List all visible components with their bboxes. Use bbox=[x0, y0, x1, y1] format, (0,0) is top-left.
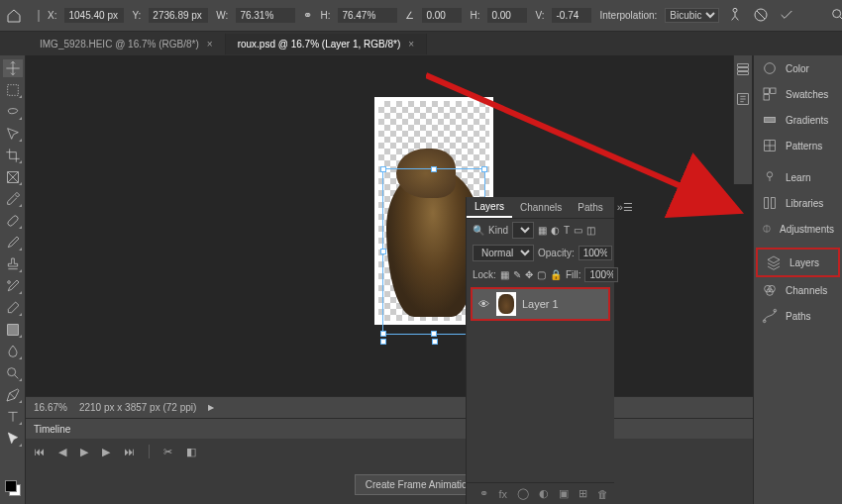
search-icon[interactable] bbox=[830, 7, 842, 25]
panel-patterns[interactable]: Patterns bbox=[754, 133, 842, 158]
adjustment-icon[interactable]: ◐ bbox=[539, 487, 549, 500]
healing-tool[interactable] bbox=[3, 212, 23, 230]
create-frame-animation-button[interactable]: Create Frame Animation bbox=[355, 474, 483, 495]
lock-pixels-icon[interactable]: ✎ bbox=[513, 269, 521, 280]
panel-learn[interactable]: Learn bbox=[754, 164, 842, 190]
quick-select-tool[interactable] bbox=[3, 125, 23, 143]
transform-handle[interactable] bbox=[380, 331, 386, 337]
tab-paths[interactable]: Paths bbox=[570, 198, 611, 217]
document-tab-0[interactable]: IMG_5928.HEIC @ 16.7% (RGB/8*)× bbox=[28, 34, 226, 54]
transform-handle[interactable] bbox=[431, 166, 437, 172]
blend-mode-select[interactable]: Normal bbox=[473, 245, 534, 261]
play-icon[interactable]: ▶ bbox=[80, 446, 88, 458]
transition-icon[interactable]: ◧ bbox=[186, 446, 196, 458]
canvas-area[interactable]: 16.67% 2210 px x 3857 px (72 ppi) ▶ Time… bbox=[26, 55, 842, 504]
transform-handle[interactable] bbox=[380, 339, 386, 345]
marquee-tool[interactable] bbox=[3, 81, 23, 99]
properties-panel-icon[interactable] bbox=[735, 91, 751, 109]
layer-name[interactable]: Layer 1 bbox=[522, 298, 559, 310]
transform-handle[interactable] bbox=[481, 166, 487, 172]
path-select-tool[interactable] bbox=[3, 430, 23, 448]
h-input[interactable] bbox=[338, 8, 397, 23]
puppet-icon[interactable] bbox=[727, 7, 743, 25]
transform-handle[interactable] bbox=[432, 339, 438, 345]
move-tool[interactable] bbox=[3, 59, 23, 77]
link-layers-icon[interactable]: ⚭ bbox=[479, 487, 488, 500]
transform-handle[interactable] bbox=[380, 166, 386, 172]
gradient-tool[interactable] bbox=[3, 321, 23, 339]
angle-input[interactable] bbox=[422, 8, 462, 23]
layer-thumbnail[interactable] bbox=[496, 292, 516, 316]
zoom-level[interactable]: 16.67% bbox=[34, 402, 67, 413]
opacity-input[interactable] bbox=[579, 246, 612, 260]
brush-tool[interactable] bbox=[3, 234, 23, 252]
lasso-tool[interactable] bbox=[3, 103, 23, 121]
panel-paths[interactable]: Paths bbox=[754, 303, 842, 329]
scissors-icon[interactable]: ✂ bbox=[163, 446, 172, 458]
next-frame-icon[interactable]: ▶ bbox=[102, 446, 110, 458]
prev-frame-icon[interactable]: ◀ bbox=[58, 446, 66, 458]
filter-shape-icon[interactable]: ▭ bbox=[574, 225, 582, 236]
reference-point-icon[interactable] bbox=[38, 10, 40, 22]
new-layer-icon[interactable]: ⊞ bbox=[579, 487, 587, 500]
frame-tool[interactable] bbox=[3, 168, 23, 186]
close-icon[interactable]: × bbox=[408, 39, 414, 50]
cancel-icon[interactable] bbox=[753, 7, 769, 25]
history-panel-icon[interactable] bbox=[735, 61, 751, 79]
layer-row[interactable]: 👁 Layer 1 bbox=[471, 287, 610, 321]
document-tab-1[interactable]: roux.psd @ 16.7% (Layer 1, RGB/8*)× bbox=[226, 34, 428, 54]
search-icon[interactable]: 🔍 bbox=[473, 225, 484, 236]
tab-layers[interactable]: Layers bbox=[467, 197, 512, 218]
filter-adjust-icon[interactable]: ◐ bbox=[551, 225, 560, 236]
y-input[interactable] bbox=[149, 8, 208, 23]
panel-libraries[interactable]: Libraries bbox=[754, 190, 842, 216]
group-icon[interactable]: ▣ bbox=[559, 487, 569, 500]
crop-tool[interactable] bbox=[3, 147, 23, 164]
tab-channels[interactable]: Channels bbox=[512, 198, 570, 217]
kind-select[interactable] bbox=[512, 222, 534, 239]
doc-info[interactable]: 2210 px x 3857 px (72 ppi) bbox=[79, 402, 196, 413]
history-brush-tool[interactable] bbox=[3, 277, 23, 295]
panel-color[interactable]: Color bbox=[754, 55, 842, 81]
lock-transparency-icon[interactable]: ▦ bbox=[500, 269, 509, 280]
lock-all-icon[interactable]: 🔒 bbox=[550, 269, 562, 280]
dodge-tool[interactable] bbox=[3, 364, 23, 382]
lock-artboard-icon[interactable]: ▢ bbox=[537, 269, 546, 280]
panel-adjustments[interactable]: Adjustments bbox=[754, 216, 842, 242]
link-icon[interactable]: ⚭ bbox=[303, 9, 312, 22]
first-frame-icon[interactable]: ⏮ bbox=[34, 446, 45, 457]
commit-icon[interactable] bbox=[779, 7, 794, 25]
close-icon[interactable]: × bbox=[207, 39, 213, 50]
transform-handle[interactable] bbox=[380, 249, 386, 254]
eyedropper-tool[interactable] bbox=[3, 190, 23, 208]
visibility-icon[interactable]: 👁 bbox=[476, 298, 490, 310]
info-caret-icon[interactable]: ▶ bbox=[208, 403, 214, 412]
type-tool[interactable] bbox=[3, 408, 23, 426]
filter-type-icon[interactable]: T bbox=[564, 225, 570, 236]
fg-bg-color[interactable] bbox=[0, 480, 26, 496]
lock-position-icon[interactable]: ✥ bbox=[525, 269, 533, 280]
filter-smart-icon[interactable]: ◫ bbox=[586, 225, 595, 236]
panel-channels[interactable]: Channels bbox=[754, 277, 842, 303]
blur-tool[interactable] bbox=[3, 343, 23, 360]
fill-input[interactable] bbox=[584, 267, 618, 282]
filter-pixel-icon[interactable]: ▦ bbox=[538, 225, 547, 236]
skew-v-input[interactable] bbox=[552, 8, 591, 23]
panel-menu-icon[interactable]: »☰ bbox=[611, 201, 639, 214]
panel-swatches[interactable]: Swatches bbox=[754, 81, 842, 107]
stamp-tool[interactable] bbox=[3, 255, 23, 273]
skew-h-input[interactable] bbox=[487, 8, 527, 23]
x-input[interactable] bbox=[64, 8, 124, 23]
transform-handle[interactable] bbox=[431, 331, 437, 337]
delete-icon[interactable]: 🗑 bbox=[597, 488, 608, 500]
interpolation-select[interactable]: Bicubic bbox=[665, 8, 719, 23]
mask-icon[interactable]: ◯ bbox=[517, 487, 529, 500]
panel-layers[interactable]: Layers bbox=[756, 248, 840, 277]
last-frame-icon[interactable]: ⏭ bbox=[124, 446, 135, 457]
w-input[interactable] bbox=[236, 8, 295, 23]
fx-icon[interactable]: fx bbox=[498, 488, 507, 500]
eraser-tool[interactable] bbox=[3, 299, 23, 317]
home-icon[interactable] bbox=[6, 7, 22, 25]
panel-gradients[interactable]: Gradients bbox=[754, 107, 842, 133]
pen-tool[interactable] bbox=[3, 386, 23, 404]
